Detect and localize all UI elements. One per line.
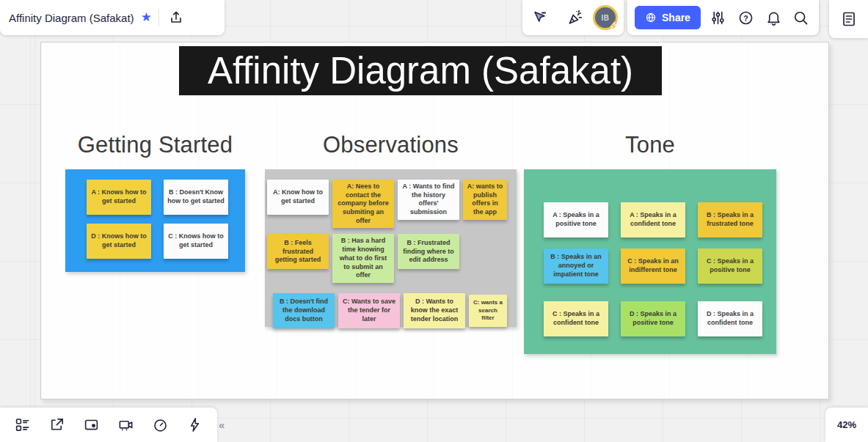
- share-button-label: Share: [662, 12, 690, 23]
- section-heading[interactable]: Tone: [524, 132, 776, 158]
- board-banner-title[interactable]: Affinity Diagram (Safakat): [179, 46, 662, 95]
- record-icon: [83, 416, 100, 433]
- board-settings-button[interactable]: [708, 7, 729, 28]
- party-popper-icon: [566, 9, 584, 26]
- board-title-panel: Affinity Diagram (Safakat) ★: [0, 0, 225, 35]
- sticky-note[interactable]: B : Has a hard time knowing what to do f…: [332, 234, 394, 282]
- sticky-note[interactable]: B : Frustrated finding where to edit add…: [398, 234, 459, 269]
- section-container-shape[interactable]: A : Speaks in a positive toneA : Speaks …: [524, 169, 776, 354]
- upload-icon: [168, 10, 184, 26]
- note-row: A : Speaks in a positive toneA : Speaks …: [544, 202, 776, 237]
- video-chat-button[interactable]: [115, 415, 136, 435]
- note-row: D : Knows how to get startedC : Knows ho…: [87, 224, 245, 259]
- export-button[interactable]: [166, 7, 186, 28]
- section-container-shape[interactable]: A: Know how to get startedA: Nees to con…: [265, 169, 517, 327]
- sticky-note[interactable]: A : Speaks in a confident tone: [621, 202, 685, 237]
- present-button[interactable]: [46, 415, 67, 435]
- sticky-note[interactable]: A : Wants to find the history offers' su…: [398, 180, 459, 220]
- sticky-note[interactable]: C : Speaks in a positive tone: [698, 248, 762, 284]
- sticky-note[interactable]: B : Speaks in an annoyed or impatient to…: [544, 248, 608, 284]
- sticky-note[interactable]: B : Feels frustrated getting started: [267, 234, 329, 269]
- reactions-button[interactable]: [565, 7, 586, 28]
- board-frame[interactable]: Affinity Diagram (Safakat) Getting Start…: [40, 42, 829, 399]
- bottom-toolbar: «: [0, 408, 217, 442]
- help-button[interactable]: ?: [735, 7, 756, 28]
- note-row: B : Feels frustrated getting startedB : …: [267, 234, 517, 282]
- favorite-star-icon[interactable]: ★: [141, 11, 152, 23]
- sticky-note[interactable]: C : Knows how to get started: [164, 224, 228, 259]
- note-row: B : Doesn't find the download docs butto…: [273, 293, 517, 328]
- collapse-toolbar-button[interactable]: «: [219, 419, 224, 431]
- whiteboard-app: Affinity Diagram (Safakat) Getting Start…: [0, 0, 868, 442]
- sticky-note[interactable]: C : Speaks in an indifferent tone: [621, 248, 685, 284]
- search-button[interactable]: [791, 7, 812, 28]
- board-title[interactable]: Affinity Diagram (Safakat): [9, 12, 134, 24]
- avatar-initials: IB: [602, 14, 610, 22]
- user-avatar[interactable]: IB: [593, 5, 618, 30]
- search-icon: [792, 10, 809, 26]
- lightning-icon: [186, 416, 203, 433]
- sticky-note[interactable]: D : Speaks in a positive tone: [621, 301, 685, 336]
- sticky-note[interactable]: C: Wants to save the tender for later: [338, 293, 400, 328]
- sticky-note[interactable]: D : Knows how to get started: [87, 224, 151, 259]
- divider: [158, 9, 159, 26]
- section-getting-started: Getting Started A : Knows how to get sta…: [65, 132, 245, 272]
- sticky-note[interactable]: A: wants to publish offers in the app: [463, 180, 507, 220]
- share-button[interactable]: Share: [635, 6, 701, 29]
- section-tone: Tone A : Speaks in a positive toneA : Sp…: [524, 132, 776, 354]
- bell-icon: [765, 10, 782, 26]
- sticky-note[interactable]: D : Wants to know the exact tender locat…: [404, 293, 465, 328]
- collaboration-panel: IB: [522, 0, 624, 35]
- note-row: B : Speaks in an annoyed or impatient to…: [544, 248, 776, 284]
- open-notes-button[interactable]: [839, 9, 859, 29]
- sliders-icon: [710, 10, 726, 26]
- sticky-note[interactable]: A : Speaks in a positive tone: [544, 202, 608, 237]
- frames-button[interactable]: [12, 415, 32, 435]
- cursor-follow-button[interactable]: [530, 7, 550, 28]
- sticky-note[interactable]: A: Nees to contact the company before su…: [332, 180, 394, 228]
- notes-panel: [829, 0, 868, 38]
- sticky-note[interactable]: A: Know how to get started: [267, 180, 329, 215]
- note-row: C : Speaks in a confident toneD : Speaks…: [544, 301, 776, 336]
- sticky-note[interactable]: C: wants a search filter: [469, 295, 507, 327]
- timer-button[interactable]: [150, 415, 170, 435]
- sticky-note[interactable]: C : Speaks in a confident tone: [544, 301, 608, 336]
- notifications-button[interactable]: [763, 7, 784, 28]
- share-tools-panel: Share ?: [627, 0, 819, 35]
- sticky-note[interactable]: B : Doesn't find the download docs butto…: [273, 293, 335, 328]
- frames-icon: [14, 416, 31, 433]
- cursor-icon: [531, 9, 549, 26]
- svg-text:?: ?: [743, 13, 748, 22]
- record-button[interactable]: [81, 415, 101, 435]
- quick-actions-button[interactable]: [184, 415, 205, 435]
- timer-icon: [152, 416, 169, 433]
- boost-bolt-icon: [609, 21, 619, 32]
- sticky-note[interactable]: B : Speaks in a frustrated tone: [698, 202, 762, 237]
- section-heading[interactable]: Observations: [265, 132, 517, 158]
- section-observations: Observations A: Know how to get startedA…: [265, 132, 517, 327]
- zoom-level-button[interactable]: 42%: [825, 408, 868, 442]
- note-row: A: Know how to get startedA: Nees to con…: [267, 180, 517, 228]
- sticky-note[interactable]: D : Speaks in a confident tone: [698, 301, 762, 336]
- help-icon: ?: [737, 10, 754, 26]
- globe-icon: [645, 12, 657, 23]
- sticky-note[interactable]: A : Knows how to get started: [87, 180, 151, 215]
- section-heading[interactable]: Getting Started: [65, 132, 245, 158]
- document-icon: [840, 10, 858, 28]
- note-row: A : Knows how to get startedB : Doesn't …: [87, 180, 245, 215]
- sticky-note[interactable]: B : Doesn't Know how to get started: [164, 180, 228, 215]
- section-container-shape[interactable]: A : Knows how to get startedB : Doesn't …: [65, 169, 245, 272]
- open-external-icon: [48, 416, 65, 433]
- video-camera-icon: [117, 416, 134, 433]
